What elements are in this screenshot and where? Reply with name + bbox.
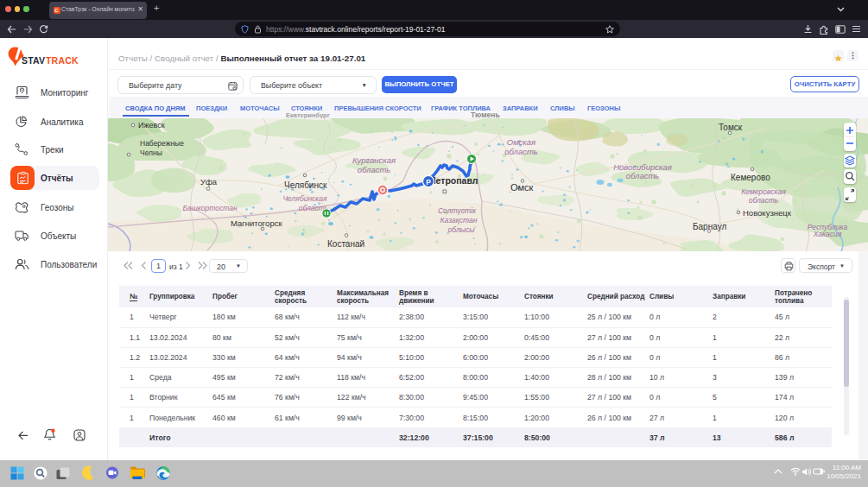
svg-text:Магнитогорск: Магнитогорск [231, 218, 282, 228]
svg-text:Омская: Омская [507, 137, 535, 147]
svg-text:Кемеровская: Кемеровская [741, 187, 786, 196]
svg-text:область: область [504, 147, 538, 156]
svg-text:Кемерово: Кемерово [731, 173, 770, 182]
svg-text:Челябинск: Челябинск [284, 180, 327, 190]
svg-text:область: область [749, 196, 779, 205]
svg-text:Петропавл: Петропавл [429, 175, 478, 186]
svg-text:Башкортостан: Башкортостан [182, 204, 237, 212]
svg-text:Уфа: Уфа [200, 177, 218, 187]
svg-text:Хакасия: Хакасия [813, 230, 842, 238]
svg-text:Ижевск: Ижевск [138, 121, 165, 130]
svg-text:Солтүстік: Солтүстік [438, 206, 477, 215]
svg-text:Томск: Томск [719, 123, 743, 132]
svg-text:Костанай: Костанай [327, 239, 364, 249]
svg-text:Новокузнецк: Новокузнецк [743, 208, 792, 218]
svg-text:P: P [426, 178, 431, 187]
svg-text:Курганская: Курганская [352, 155, 396, 165]
svg-text:TRACK: TRACK [46, 55, 79, 66]
svg-text:область: область [358, 165, 391, 174]
svg-text:Челябинская: Челябинская [282, 194, 327, 203]
svg-text:область: область [626, 171, 660, 180]
svg-text:Набережные: Набережные [140, 139, 184, 148]
svg-text:Казақстан: Казақстан [440, 216, 478, 225]
svg-text:STAV: STAV [22, 55, 45, 66]
svg-text:облысы: облысы [448, 225, 476, 234]
svg-text:Омск: Омск [510, 182, 534, 193]
svg-text:Челны: Челны [140, 149, 162, 157]
svg-text:Барнаул: Барнаул [693, 222, 726, 231]
